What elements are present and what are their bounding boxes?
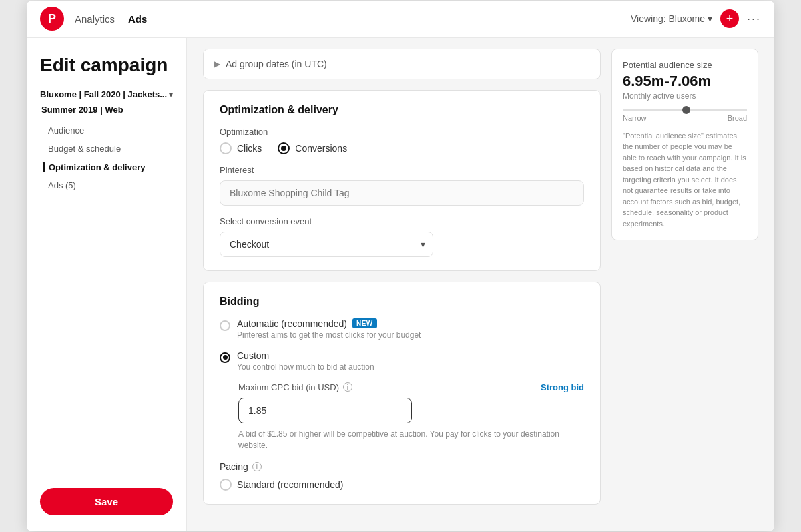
pacing-info-icon[interactable]: i (252, 462, 262, 471)
audience-slider-track[interactable] (623, 109, 747, 111)
optimization-label: Optimization (220, 127, 584, 137)
conversions-label: Conversions (295, 143, 347, 154)
campaign-name: Bluxome | Fall 2020 | Jackets... (40, 89, 167, 99)
narrow-label: Narrow (623, 114, 646, 122)
conversions-radio[interactable] (278, 142, 290, 154)
audience-sidebar: Potential audience size 6.95m-7.06m Mont… (611, 38, 758, 516)
standard-pacing-label: Standard (recommended) (237, 479, 344, 490)
bidding-radio-group: Automatic (recommended) NEW Pinterest ai… (220, 318, 584, 372)
custom-option-content: Custom You control how much to bid at au… (237, 350, 374, 372)
sidebar-nav: Audience Budget & schedule Optimization … (40, 123, 173, 193)
cpc-bid-input[interactable] (238, 398, 412, 423)
cpc-label-row: Maxium CPC bid (in USD) i Strong bid (238, 382, 584, 392)
conversion-event-label: Select conversion event (220, 216, 584, 226)
conversion-event-select[interactable]: Checkout (220, 232, 433, 257)
automatic-desc: Pinterest aims to get the most clicks fo… (237, 330, 421, 340)
bidding-title: Bidding (220, 296, 584, 308)
slider-thumb (682, 106, 690, 114)
audience-size-card: Potential audience size 6.95m-7.06m Mont… (611, 49, 758, 241)
sidebar-bottom: Save (40, 488, 173, 515)
add-button[interactable]: + (720, 9, 739, 28)
page-title: Edit campaign (40, 54, 173, 77)
broad-label: Broad (728, 114, 747, 122)
custom-radio[interactable] (220, 352, 230, 363)
ad-group-dates-collapsed[interactable]: ▶ Ad group dates (in UTC) (203, 49, 601, 79)
automatic-radio[interactable] (220, 320, 230, 331)
standard-pacing-radio[interactable] (220, 479, 232, 491)
custom-label-row: Custom (237, 350, 374, 361)
sidebar-item-budget[interactable]: Budget & schedule (43, 141, 173, 156)
main-layout: Edit campaign Bluxome | Fall 2020 | Jack… (27, 38, 774, 532)
slider-labels: Narrow Broad (623, 114, 747, 122)
cpc-info-icon[interactable]: i (343, 382, 352, 392)
automatic-label: Automatic (recommended) (237, 318, 347, 329)
cpc-bid-section: Maxium CPC bid (in USD) i Strong bid A b… (238, 382, 584, 451)
pinterest-tag-input[interactable] (220, 180, 584, 206)
conversion-event-select-wrapper: Checkout ▾ (220, 232, 433, 257)
custom-label: Custom (237, 350, 269, 361)
new-badge: NEW (352, 318, 377, 328)
viewing-selector[interactable]: Viewing: Bluxome ▾ (631, 13, 712, 24)
content-area: ▶ Ad group dates (in UTC) Optimization &… (187, 38, 774, 532)
optimization-radio-group: Clicks Conversions (220, 142, 584, 154)
sidebar-item-optimization[interactable]: Optimization & delivery (43, 159, 173, 175)
campaign-selector[interactable]: Bluxome | Fall 2020 | Jackets... ▾ (40, 89, 173, 99)
pacing-label: Pacing (220, 461, 248, 472)
standard-pacing-option[interactable]: Standard (recommended) (220, 479, 584, 491)
ad-group-name: Summer 2019 | Web (40, 105, 173, 115)
clicks-option[interactable]: Clicks (220, 142, 262, 154)
automatic-label-row: Automatic (recommended) NEW (237, 318, 421, 329)
sidebar-item-audience[interactable]: Audience (43, 123, 173, 138)
pacing-label-row: Pacing i (220, 461, 584, 472)
content-main: ▶ Ad group dates (in UTC) Optimization &… (203, 38, 601, 516)
pinterest-logo[interactable]: P (40, 7, 64, 31)
bidding-section: Bidding Automatic (recommended) NEW (204, 282, 600, 505)
nav-ads[interactable]: Ads (128, 11, 147, 27)
strong-bid-label: Strong bid (541, 382, 584, 392)
more-options-button[interactable]: ··· (747, 12, 761, 26)
clicks-radio[interactable] (220, 142, 232, 154)
audience-size-value: 6.95m-7.06m (623, 73, 747, 90)
audience-card-title: Potential audience size (623, 60, 747, 70)
custom-bid-option[interactable]: Custom You control how much to bid at au… (220, 350, 584, 372)
cpc-label: Maxium CPC bid (in USD) (238, 382, 339, 392)
pinterest-field-label: Pinterest (220, 165, 584, 175)
custom-desc: You control how much to bid at auction (237, 362, 374, 372)
automatic-bid-option[interactable]: Automatic (recommended) NEW Pinterest ai… (220, 318, 584, 340)
save-button[interactable]: Save (40, 488, 173, 515)
header-right: Viewing: Bluxome ▾ + ··· (631, 9, 761, 28)
optimization-section-title: Optimization & delivery (220, 104, 584, 116)
pacing-section: Pacing i Standard (recommended) (220, 461, 584, 491)
clicks-label: Clicks (237, 143, 262, 154)
cpc-note: A bid of $1.85 or higher will be competi… (238, 429, 584, 451)
chevron-down-icon: ▾ (169, 90, 173, 99)
expand-arrow-icon: ▶ (214, 59, 220, 69)
optimization-section: Optimization & delivery Optimization Cli… (204, 91, 600, 270)
audience-subtitle: Monthly active users (623, 91, 747, 101)
conversions-option[interactable]: Conversions (278, 142, 347, 154)
header-nav: Analytics Ads (75, 11, 147, 27)
audience-description: "Potential audience size" estimates the … (623, 130, 747, 230)
nav-analytics[interactable]: Analytics (75, 11, 115, 27)
automatic-option-content: Automatic (recommended) NEW Pinterest ai… (237, 318, 421, 340)
header: P Analytics Ads Viewing: Bluxome ▾ + ··· (27, 1, 774, 38)
optimization-card: Optimization & delivery Optimization Cli… (203, 90, 601, 271)
chevron-down-icon: ▾ (708, 13, 712, 24)
sidebar: Edit campaign Bluxome | Fall 2020 | Jack… (27, 38, 187, 532)
sidebar-item-ads[interactable]: Ads (5) (43, 178, 173, 193)
bidding-card: Bidding Automatic (recommended) NEW (203, 282, 601, 505)
collapsed-label: Ad group dates (in UTC) (226, 59, 327, 69)
